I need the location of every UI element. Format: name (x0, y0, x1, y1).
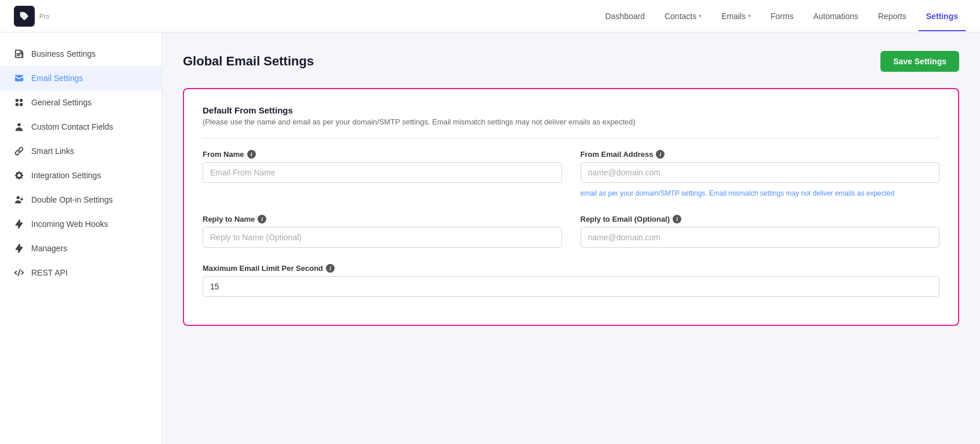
save-settings-button[interactable]: Save Settings (880, 51, 959, 72)
emails-chevron: ▾ (748, 13, 751, 19)
sidebar-label-incoming-webhooks: Incoming Web Hooks (31, 219, 108, 229)
max-limit-group: Maximum Email Limit Per Second i (203, 264, 939, 297)
section-desc: (Please use the name and email as per yo… (203, 118, 939, 126)
from-fields-row: From Name i From Email Address i email a… (203, 150, 939, 199)
from-email-hint: email as per your domain/SMTP settings. … (581, 189, 940, 199)
top-navigation: Pro Dashboard Contacts ▾ Emails ▾ Forms … (0, 0, 980, 32)
sidebar-label-email-settings: Email Settings (31, 74, 83, 83)
logo-icon (14, 6, 35, 27)
reply-fields-row: Reply to Name i Reply to Email (Optional… (203, 215, 939, 248)
sidebar-label-custom-contact-fields: Custom Contact Fields (31, 122, 113, 131)
nav-emails[interactable]: Emails ▾ (713, 7, 759, 25)
sidebar-item-managers[interactable]: Managers (0, 236, 162, 260)
reply-name-label: Reply to Name i (203, 215, 562, 223)
nav-reports[interactable]: Reports (870, 7, 915, 25)
reply-email-input[interactable] (581, 227, 940, 248)
main-content: Global Email Settings Save Settings Defa… (162, 32, 980, 444)
reply-email-label: Reply to Email (Optional) i (581, 215, 940, 223)
contacts-chevron: ▾ (699, 13, 702, 19)
sidebar-label-business-settings: Business Settings (31, 49, 96, 58)
page-header: Global Email Settings Save Settings (183, 51, 959, 72)
divider (203, 138, 939, 138)
logo-area: Pro (14, 6, 49, 27)
nav-dashboard[interactable]: Dashboard (597, 7, 653, 25)
from-email-group: From Email Address i email as per your d… (581, 150, 940, 199)
from-email-info-icon: i (656, 150, 665, 159)
sidebar-item-smart-links[interactable]: Smart Links (0, 139, 162, 163)
max-limit-info-icon: i (326, 264, 335, 273)
nav-settings[interactable]: Settings (918, 7, 966, 25)
nav-links: Dashboard Contacts ▾ Emails ▾ Forms Auto… (597, 7, 966, 25)
pro-badge: Pro (39, 13, 49, 20)
from-name-group: From Name i (203, 150, 562, 199)
sidebar-item-general-settings[interactable]: General Settings (0, 90, 162, 115)
reply-name-group: Reply to Name i (203, 215, 562, 248)
sidebar-label-smart-links: Smart Links (31, 146, 74, 156)
from-name-label: From Name i (203, 150, 562, 159)
section-title: Default From Settings (203, 105, 939, 115)
max-limit-label: Maximum Email Limit Per Second i (203, 264, 939, 273)
api-icon (14, 267, 24, 278)
sidebar-item-incoming-webhooks[interactable]: Incoming Web Hooks (0, 212, 162, 236)
from-email-label: From Email Address i (581, 150, 940, 159)
reply-email-group: Reply to Email (Optional) i (581, 215, 940, 248)
nav-automations[interactable]: Automations (805, 7, 867, 25)
sidebar: Business Settings Email Settings General… (0, 32, 162, 444)
sidebar-item-double-optin[interactable]: Double Opt-in Settings (0, 188, 162, 212)
person-icon (14, 122, 24, 132)
page-title: Global Email Settings (183, 54, 314, 69)
reply-name-info-icon: i (258, 215, 266, 223)
grid-icon (14, 97, 24, 108)
from-email-input[interactable] (581, 162, 940, 183)
person-add-icon (14, 195, 24, 205)
reply-email-info-icon: i (673, 215, 681, 223)
sidebar-item-integration-settings[interactable]: Integration Settings (0, 163, 162, 188)
sidebar-label-double-optin: Double Opt-in Settings (31, 195, 113, 204)
app-layout: Business Settings Email Settings General… (0, 32, 980, 444)
from-name-info-icon: i (247, 150, 256, 159)
gear-icon (14, 170, 24, 181)
reply-name-input[interactable] (203, 227, 562, 248)
sidebar-label-managers: Managers (31, 244, 67, 253)
nav-contacts[interactable]: Contacts ▾ (656, 7, 710, 25)
nav-forms[interactable]: Forms (762, 7, 802, 25)
sidebar-item-custom-contact-fields[interactable]: Custom Contact Fields (0, 115, 162, 139)
sidebar-label-integration-settings: Integration Settings (31, 171, 101, 180)
max-limit-input[interactable] (203, 276, 939, 297)
link-icon (14, 146, 24, 156)
sidebar-item-business-settings[interactable]: Business Settings (0, 42, 162, 66)
email-icon (14, 73, 24, 83)
settings-card: Default From Settings (Please use the na… (183, 88, 959, 326)
managers-icon (14, 243, 24, 254)
from-name-input[interactable] (203, 162, 562, 183)
sidebar-item-email-settings[interactable]: Email Settings (0, 66, 162, 90)
document-icon (14, 49, 24, 59)
sidebar-label-rest-api: REST API (31, 268, 68, 277)
webhook-icon (14, 219, 24, 229)
sidebar-item-rest-api[interactable]: REST API (0, 260, 162, 285)
sidebar-label-general-settings: General Settings (31, 98, 91, 107)
